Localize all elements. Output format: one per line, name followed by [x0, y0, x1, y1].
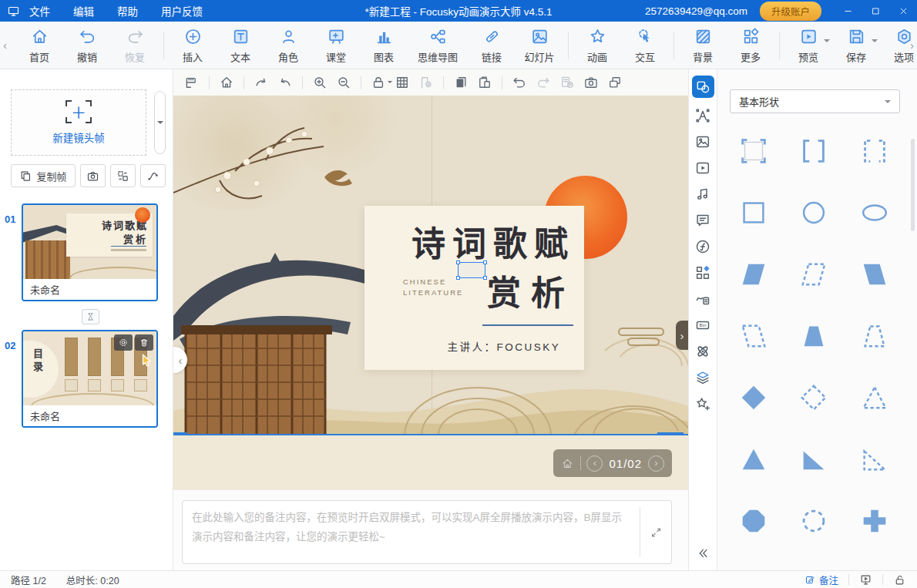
toolbar-mindmap-button[interactable]: 思维导图: [408, 27, 468, 64]
toolbar-home-button[interactable]: 首页: [15, 27, 63, 64]
new-frame-dropdown[interactable]: [154, 91, 166, 154]
frame-thumbnail-2[interactable]: 目录 未命名: [22, 330, 158, 428]
rail-layers-button[interactable]: [694, 369, 711, 386]
shape-diamond[interactable]: [724, 367, 784, 428]
prev-frame-button[interactable]: ‹: [586, 455, 603, 472]
canvas-redo-curve-button[interactable]: [254, 75, 269, 90]
menu-item-3[interactable]: 帮助: [117, 3, 138, 18]
toolbar-interact-button[interactable]: 交互: [621, 27, 669, 64]
toolbar-slides-button[interactable]: 幻灯片: [516, 27, 563, 64]
rail-model3d-button[interactable]: [694, 343, 711, 360]
toolbar-animation-button[interactable]: 动画: [573, 27, 621, 64]
expand-right-tab[interactable]: ›: [676, 321, 688, 350]
caret-down-icon: [885, 100, 891, 106]
shape-triangle[interactable]: [724, 428, 784, 490]
shape-circle-dashed[interactable]: [784, 490, 844, 552]
path-curve-button[interactable]: [140, 164, 166, 187]
canvas-paste-button[interactable]: [477, 75, 492, 90]
shape-brackets[interactable]: [784, 120, 844, 182]
shape-parallelogram[interactable]: [724, 244, 784, 305]
frame-transition-button[interactable]: [82, 309, 99, 324]
toolbar-chart-button[interactable]: 图表: [360, 27, 408, 64]
toolbar-insert-button[interactable]: 插入: [169, 27, 217, 64]
rail-wordart-button[interactable]: [694, 107, 711, 124]
rail-shapes-button[interactable]: [692, 76, 714, 98]
shape-trapezoid-dashed[interactable]: [845, 305, 905, 367]
shape-parallelogram-mirror[interactable]: [845, 244, 905, 305]
canvas-camera-button[interactable]: [583, 75, 599, 90]
multi-frame-button[interactable]: [110, 164, 136, 187]
rail-image-button[interactable]: [694, 133, 711, 150]
rail-music-button[interactable]: [694, 186, 711, 203]
shape-trapezoid[interactable]: [784, 305, 844, 367]
go-first-frame-icon[interactable]: [561, 456, 574, 471]
frame-delete-button[interactable]: [135, 334, 153, 351]
toolbar-text-button[interactable]: 文本: [217, 27, 264, 64]
minimize-button[interactable]: [834, 0, 862, 22]
menu-item-1[interactable]: 文件: [29, 3, 50, 18]
close-button[interactable]: [889, 0, 917, 22]
selection-handles[interactable]: [458, 262, 485, 278]
toolbar-undo-button[interactable]: 撤销: [63, 27, 111, 64]
toolbar-role-button[interactable]: 角色: [264, 27, 312, 64]
shape-cross[interactable]: [845, 490, 905, 552]
rail-comment-button[interactable]: [694, 212, 711, 229]
unlock-icon[interactable]: [893, 573, 906, 586]
rail-button-button[interactable]: Btn: [694, 317, 711, 334]
toolbar-preview-button[interactable]: 预览: [784, 27, 832, 64]
shapes-scrollbar[interactable]: [911, 139, 915, 231]
canvas-windows-button[interactable]: [607, 75, 623, 90]
shape-triangle-dashed[interactable]: [845, 367, 905, 428]
rail-star-plus-button[interactable]: [694, 395, 711, 412]
menu-item-4[interactable]: 用户反馈: [161, 3, 203, 18]
shape-octagon[interactable]: [724, 490, 784, 552]
notes-toggle[interactable]: 备注: [804, 573, 838, 587]
copy-frame-button[interactable]: 复制帧: [11, 164, 76, 187]
shape-crop-frame[interactable]: [724, 120, 784, 182]
rail-elements-button[interactable]: [694, 264, 711, 281]
canvas-home-button[interactable]: [219, 75, 234, 90]
upgrade-account-button[interactable]: 升级账户: [760, 2, 821, 21]
shape-ellipse[interactable]: [845, 182, 905, 244]
toolbar-background-button[interactable]: 背景: [679, 27, 727, 64]
canvas-pages-button[interactable]: [453, 75, 469, 90]
slide-canvas[interactable]: 诗词歌赋 赏析 CHINESE LITERATURE 主讲人：FOCUSKY ‹…: [173, 96, 688, 435]
next-frame-button[interactable]: ›: [648, 455, 664, 472]
rail-formula-button[interactable]: [694, 238, 711, 255]
toolbar-scroll-left[interactable]: ‹: [3, 39, 7, 52]
expand-notes-icon[interactable]: [650, 526, 663, 539]
canvas-zoom-in-button[interactable]: [312, 75, 328, 90]
new-camera-frame-button[interactable]: ＋ 新建镜头帧: [11, 89, 146, 156]
shape-right-triangle-dashed[interactable]: [845, 428, 905, 490]
frame-settings-button[interactable]: [114, 334, 133, 351]
toolbar-link-button[interactable]: 链接: [468, 27, 516, 64]
toolbar-scroll-right[interactable]: ›: [910, 39, 914, 52]
rail-subtitle-button[interactable]: [694, 291, 711, 307]
slide-title-panel[interactable]: 诗词歌赋 赏析 CHINESE LITERATURE 主讲人：FOCUSKY: [364, 206, 584, 370]
canvas-zoom-out-button[interactable]: [336, 75, 351, 90]
toolbar-more-button[interactable]: 更多: [727, 27, 774, 64]
dual-screen-icon[interactable]: [859, 573, 872, 586]
canvas-undo-button[interactable]: [512, 75, 527, 90]
frame-thumbnail-1[interactable]: 诗词歌赋 赏析 未命名: [22, 203, 158, 301]
shape-diamond-dashed[interactable]: [784, 367, 844, 428]
collapse-panel-icon[interactable]: [695, 546, 710, 561]
shape-right-triangle[interactable]: [784, 428, 844, 490]
rail-video-button[interactable]: [694, 160, 711, 176]
toolbar-classroom-button[interactable]: 课堂: [312, 27, 360, 64]
canvas-undo-curve-button[interactable]: [277, 75, 293, 90]
notes-input[interactable]: [183, 501, 636, 563]
menu-item-2[interactable]: 编辑: [73, 3, 94, 18]
shape-parallelogram-dashed[interactable]: [784, 244, 844, 305]
shape-square[interactable]: [724, 182, 784, 244]
canvas-ruler-button[interactable]: [184, 75, 200, 90]
shape-parallelogram-mirror-dashed[interactable]: [724, 305, 784, 367]
shape-brackets-dashed[interactable]: [845, 120, 905, 182]
canvas-grid-button[interactable]: [395, 75, 410, 90]
shape-circle[interactable]: [784, 182, 844, 244]
shape-category-select[interactable]: 基本形状: [730, 89, 900, 113]
toolbar-save-button[interactable]: 保存: [832, 27, 880, 64]
maximize-button[interactable]: [862, 0, 889, 22]
canvas-lock-button[interactable]: [371, 75, 386, 90]
camera-frame-button[interactable]: [80, 164, 106, 187]
